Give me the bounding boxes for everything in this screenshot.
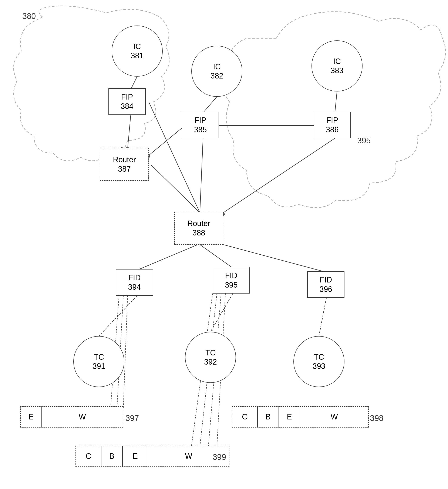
table-399-cell-e: E <box>123 446 148 466</box>
fid394-label1: FID <box>128 273 141 282</box>
svg-line-5 <box>223 138 335 213</box>
fip385-label1: FIP <box>194 116 206 125</box>
fid395-node: FID 395 <box>213 267 250 293</box>
svg-line-20 <box>99 296 137 336</box>
router387-label1: Router <box>113 155 136 164</box>
fid395-label2: 395 <box>225 280 238 289</box>
fip386-label2: 386 <box>326 125 338 134</box>
fip386-label1: FIP <box>326 116 338 125</box>
ic381-label1: IC <box>133 42 141 51</box>
svg-line-0 <box>131 77 137 89</box>
table-398-cell-w: W <box>300 407 368 427</box>
table-399-cell-b: B <box>101 446 123 466</box>
ic383-node: IC 383 <box>312 41 362 91</box>
label-399: 399 <box>213 453 226 462</box>
fid396-label1: FID <box>320 275 332 284</box>
table-398-cell-c: C <box>232 407 258 427</box>
fip385-node: FIP 385 <box>182 112 219 138</box>
ic383-label2: 383 <box>331 66 343 75</box>
tc392-label1: TC <box>205 348 216 357</box>
table-398-cell-e: E <box>279 407 300 427</box>
ic382-node: IC 382 <box>191 46 242 97</box>
router388-label2: 388 <box>192 228 205 237</box>
router387-node: Router 387 <box>100 148 149 181</box>
table-398: C B E W <box>232 406 369 428</box>
svg-line-22 <box>319 298 326 336</box>
svg-line-16 <box>200 244 233 268</box>
fip386-node: FIP 386 <box>314 112 351 138</box>
table-399-cell-c: C <box>76 446 101 466</box>
fid394-label2: 394 <box>128 283 141 292</box>
tc393-node: TC 393 <box>293 336 344 387</box>
fip384-node: FIP 384 <box>108 88 146 115</box>
svg-line-10 <box>203 97 217 113</box>
label-398: 398 <box>370 414 383 423</box>
tc391-label1: TC <box>94 352 104 362</box>
svg-line-1 <box>128 115 131 149</box>
tc391-node: TC 391 <box>73 336 124 387</box>
router387-label2: 387 <box>118 164 131 174</box>
fip384-label1: FIP <box>121 92 133 101</box>
ic381-label2: 381 <box>131 51 144 60</box>
router388-node: Router 388 <box>174 212 223 244</box>
ic381-node: IC 381 <box>112 25 163 77</box>
tc392-node: TC 392 <box>185 332 236 383</box>
label-397: 397 <box>125 414 139 423</box>
label-380: 380 <box>22 12 36 21</box>
table-397-cell-e: E <box>21 407 42 427</box>
tc391-label2: 391 <box>93 362 105 371</box>
label-395: 395 <box>357 136 371 145</box>
svg-line-21 <box>210 293 233 332</box>
svg-line-24 <box>123 296 128 408</box>
fip384-label2: 384 <box>120 102 133 111</box>
table-398-cell-b: B <box>258 407 279 427</box>
ic382-label2: 382 <box>210 71 223 80</box>
table-397-cell-w: W <box>42 407 123 427</box>
fid396-label2: 396 <box>319 285 332 294</box>
tc393-label2: 393 <box>312 362 325 371</box>
ic383-label1: IC <box>333 57 341 66</box>
table-399: C B E W <box>75 446 229 467</box>
diagram: 380 IC 381 IC 382 IC 383 FIP 384 FIP 385… <box>0 0 448 489</box>
svg-line-7 <box>151 165 200 213</box>
tc392-label2: 392 <box>204 357 217 367</box>
router388-label1: Router <box>187 219 210 228</box>
tc393-label1: TC <box>314 352 324 362</box>
fip385-label2: 385 <box>194 125 207 134</box>
svg-line-14 <box>137 244 198 270</box>
fid396-node: FID 396 <box>307 271 344 298</box>
svg-line-11 <box>335 91 337 113</box>
ic382-label1: IC <box>213 62 221 71</box>
svg-line-3 <box>200 138 203 213</box>
svg-line-31 <box>149 125 185 155</box>
table-397: E W <box>20 406 123 428</box>
fid394-node: FID 394 <box>116 269 153 296</box>
fid395-label1: FID <box>225 271 238 280</box>
